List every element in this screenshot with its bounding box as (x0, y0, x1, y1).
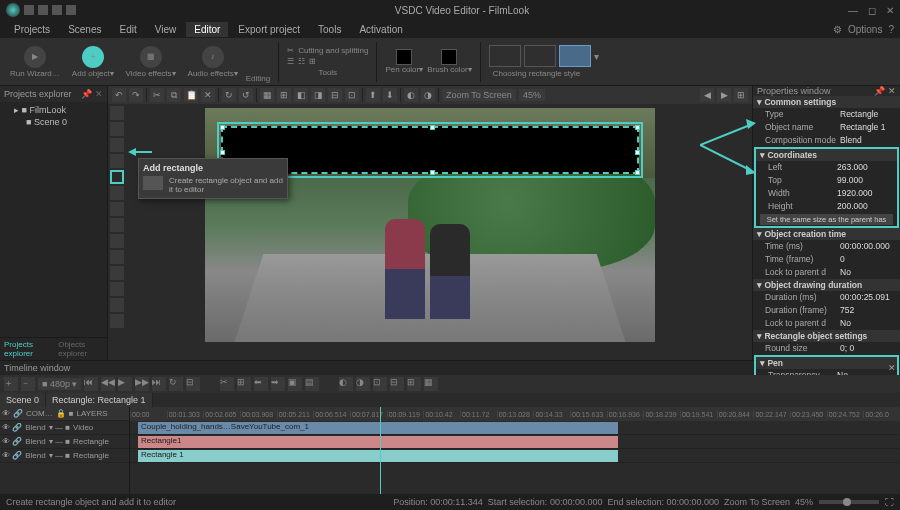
video-tool-icon[interactable] (110, 266, 124, 280)
audio-tool-icon[interactable] (110, 282, 124, 296)
clip-video[interactable]: Couple_holding_hands…SaveYouTube_com_1 (138, 422, 618, 434)
width-field[interactable]: 1920.000 (837, 187, 893, 200)
shape-tool-icon[interactable] (110, 218, 124, 232)
tools-group-label: Tools (287, 68, 368, 77)
skip-start-icon[interactable]: ⏮ (84, 377, 98, 391)
clip-rect1[interactable]: Rectangle1 (138, 436, 618, 448)
line-tool-icon[interactable] (110, 122, 124, 136)
audio-effects-button[interactable]: ♪Audio effects▾ (184, 46, 242, 78)
pointer-tool-icon[interactable] (110, 106, 124, 120)
next-frame-icon[interactable]: ▶▶ (135, 377, 149, 391)
preview-canvas[interactable] (205, 108, 655, 342)
copy-icon[interactable]: ⧉ (167, 88, 181, 102)
tab-tools[interactable]: Tools (310, 22, 349, 37)
section-oct[interactable]: ▾ Object creation time (753, 228, 900, 240)
text-tool-icon[interactable] (110, 202, 124, 216)
rectangle-tool-icon[interactable] (110, 170, 124, 184)
rotate2-icon[interactable]: ↺ (239, 88, 253, 102)
redo-icon[interactable]: ↷ (129, 88, 143, 102)
maximize-icon[interactable]: ◻ (868, 5, 876, 16)
timeline-ruler[interactable]: 00:0000:01.30300:02.60500:03.90800:05.21… (130, 407, 900, 421)
tree-root[interactable]: ▸ ■ FilmLook (4, 104, 103, 116)
loop-icon[interactable]: ↻ (169, 377, 183, 391)
pin-icon[interactable]: 📌 ✕ (81, 89, 103, 99)
left-field[interactable]: 263.000 (837, 161, 893, 174)
status-end: 00:00:00.000 (667, 497, 720, 507)
paste-icon[interactable]: 📋 (184, 88, 198, 102)
statusbar: Create rectangle object and add it to ed… (0, 494, 900, 510)
add-object-button[interactable]: ＋Add object▾ (68, 46, 118, 78)
shape-tools (108, 104, 126, 330)
app-logo (6, 3, 20, 17)
add-rectangle-tooltip: Add rectangle Create rectangle object an… (138, 158, 288, 199)
play-icon[interactable]: ▶ (118, 377, 132, 391)
track-header-rect2[interactable]: 👁 🔗 Blend ▾ — ■ Rectangle (0, 449, 129, 463)
counter-tool-icon[interactable] (110, 298, 124, 312)
ellipse-tool-icon[interactable] (110, 186, 124, 200)
zoom-slider[interactable] (819, 500, 879, 504)
ribbon: ▶Run Wizard… ＋Add object▾ ▦Video effects… (0, 38, 900, 86)
resolution-dropdown[interactable]: ■ 480p ▾ (38, 378, 81, 390)
tab-edit[interactable]: Edit (111, 22, 144, 37)
timeline-tab-scene[interactable]: Scene 0 (0, 393, 46, 407)
video-effects-button[interactable]: ▦Video effects▾ (122, 46, 180, 78)
section-ros[interactable]: ▾ Rectangle object settings (753, 330, 900, 342)
tab-activation[interactable]: Activation (351, 22, 410, 37)
curve-tool-icon[interactable] (110, 138, 124, 152)
section-coords[interactable]: ▾ Coordinates (756, 149, 897, 161)
pen-color-button[interactable]: Pen color▾ (385, 49, 423, 74)
tab-view[interactable]: View (147, 22, 185, 37)
rect-style-picker[interactable]: ▾ (489, 45, 599, 67)
undo-icon[interactable]: ↶ (112, 88, 126, 102)
top-field[interactable]: 99.000 (837, 174, 893, 187)
pencil-tool-icon[interactable] (110, 154, 124, 168)
quick-access[interactable] (24, 5, 76, 15)
minimize-icon[interactable]: — (848, 5, 858, 16)
comp-mode-field[interactable]: Blend (840, 134, 896, 147)
status-position: 00:00:11.344 (430, 497, 483, 507)
height-field[interactable]: 200.000 (837, 200, 893, 213)
gear-icon[interactable]: ⚙ (833, 24, 842, 35)
close-icon[interactable]: ✕ (888, 363, 896, 373)
tab-projects-explorer[interactable]: Projects explorer (0, 338, 54, 360)
help-icon[interactable]: ? (888, 24, 894, 35)
tree-scene[interactable]: ■ Scene 0 (4, 116, 103, 128)
track-header-top: 👁🔗COM…🔒■LAYERS (0, 407, 129, 421)
run-wizard-button[interactable]: ▶Run Wizard… (6, 46, 64, 78)
rectangle-icon (143, 176, 163, 190)
section-common[interactable]: ▾ Common settings (753, 96, 900, 108)
tab-editor[interactable]: Editor (186, 22, 228, 37)
prev-frame-icon[interactable]: ◀◀ (101, 377, 115, 391)
object-name-field[interactable]: Rectangle 1 (840, 121, 896, 134)
cutting-label[interactable]: Cutting and splitting (298, 46, 368, 55)
close-icon[interactable]: ✕ (886, 5, 894, 16)
timeline-track-area[interactable]: 00:0000:01.30300:02.60500:03.90800:05.21… (130, 407, 900, 494)
track-header-video[interactable]: 👁 🔗 Blend ▾ — ■ Video (0, 421, 129, 435)
zoom-mode-dropdown[interactable]: Zoom To Screen (442, 89, 516, 101)
pin-icon[interactable]: 📌 ✕ (874, 86, 896, 96)
fullscreen-icon[interactable]: ⛶ (885, 497, 894, 507)
tab-objects-explorer[interactable]: Objects explorer (54, 338, 107, 360)
playhead[interactable] (380, 407, 381, 494)
track-header-rect1[interactable]: 👁 🔗 Blend ▾ — ■ Rectangle (0, 435, 129, 449)
align-icon[interactable]: ▦ (260, 88, 274, 102)
brush-color-button[interactable]: Brush color▾ (427, 49, 471, 74)
skip-end-icon[interactable]: ⏭ (152, 377, 166, 391)
tab-scenes[interactable]: Scenes (60, 22, 109, 37)
cut-icon[interactable]: ✂ (150, 88, 164, 102)
set-same-size-button[interactable]: Set the same size as the parent has (760, 214, 893, 225)
window-title: VSDC Video Editor - FilmLook (76, 5, 848, 16)
clip-rect2[interactable]: Rectangle 1 (138, 450, 618, 462)
subtitle-tool-icon[interactable] (110, 314, 124, 328)
zoom-value-dropdown[interactable]: 45% (519, 89, 545, 101)
options-link[interactable]: Options (848, 24, 882, 35)
tab-projects[interactable]: Projects (6, 22, 58, 37)
rotate-icon[interactable]: ↻ (222, 88, 236, 102)
image-tool-icon[interactable] (110, 250, 124, 264)
status-start: 00:00:00.000 (550, 497, 603, 507)
tab-export[interactable]: Export project (230, 22, 308, 37)
delete-icon[interactable]: ✕ (201, 88, 215, 102)
chart-tool-icon[interactable] (110, 234, 124, 248)
section-odd[interactable]: ▾ Object drawing duration (753, 279, 900, 291)
timeline-tab-rect[interactable]: Rectangle: Rectangle 1 (46, 393, 153, 407)
